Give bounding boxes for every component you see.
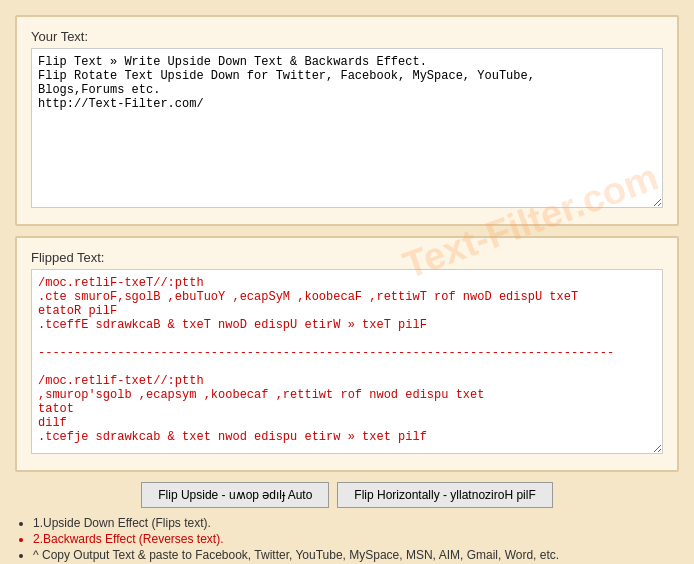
your-text-label: Your Text: [31, 29, 663, 44]
note-item-1: 1.Upside Down Effect (Flips text). [33, 516, 679, 530]
notes-section: 1.Upside Down Effect (Flips text). 2.Bac… [15, 516, 679, 564]
flipped-text-section: Flipped Text: [15, 236, 679, 472]
note-item-2: 2.Backwards Effect (Reverses text). [33, 532, 679, 546]
your-text-section: Your Text: [15, 15, 679, 226]
notes-list: 1.Upside Down Effect (Flips text). 2.Bac… [15, 516, 679, 562]
flip-upside-button[interactable]: Flip Upside - uʍop ǝdılɟ Auto [141, 482, 329, 508]
buttons-row: Flip Upside - uʍop ǝdılɟ Auto Flip Horiz… [15, 482, 679, 508]
your-text-input[interactable] [31, 48, 663, 208]
note-item-3: ^ Copy Output Text & paste to Facebook, … [33, 548, 679, 562]
flipped-text-label: Flipped Text: [31, 250, 663, 265]
flip-horizontal-button[interactable]: Flip Horizontally - yllatnoziroH pilF [337, 482, 552, 508]
flipped-text-output[interactable] [31, 269, 663, 454]
